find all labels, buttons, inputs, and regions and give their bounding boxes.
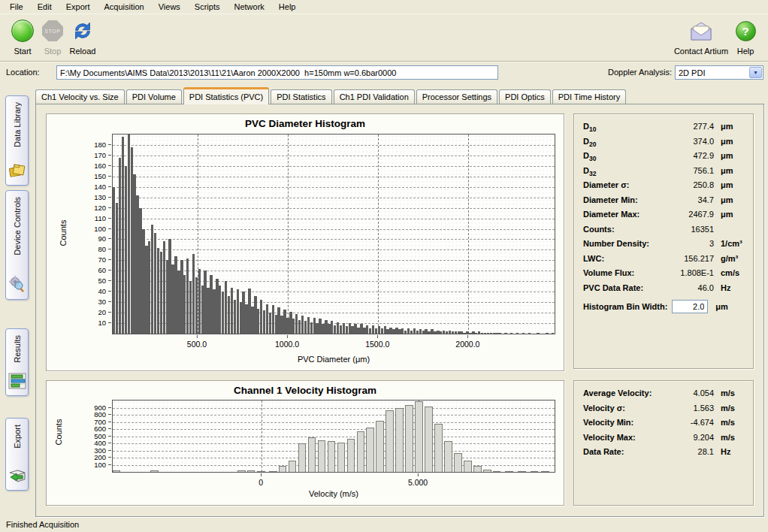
histogram-bar: [269, 471, 277, 472]
doppler-analysis-select[interactable]: 2D PDI ▼: [675, 65, 763, 80]
histogram-bar: [213, 289, 215, 334]
histogram-bar: [425, 329, 427, 334]
contact-artium-button[interactable]: Contact Artium: [672, 18, 730, 56]
gridline: [113, 437, 555, 437]
sidebar-item-device-controls[interactable]: Device Controls: [5, 190, 29, 300]
stat-row: Velocity σ:1.563m/s: [583, 404, 745, 419]
histogram-bar: [151, 225, 153, 334]
histogram-bar: [166, 260, 168, 334]
histogram-bin-width-input[interactable]: [672, 300, 708, 313]
histogram-bar: [413, 328, 416, 334]
stat-label: D32: [583, 166, 667, 177]
sidebar-item-data-library[interactable]: Data Library: [5, 95, 29, 186]
tab-pdi-volume[interactable]: PDI Volume: [126, 89, 182, 104]
stat-value: 374.0: [667, 137, 714, 146]
gridline: [113, 187, 555, 188]
histogram-bar: [437, 331, 439, 334]
stop-button[interactable]: STOP Stop: [39, 18, 66, 56]
start-button[interactable]: Start: [6, 18, 39, 56]
location-input[interactable]: [56, 65, 498, 80]
histogram-bar: [415, 401, 423, 472]
tab-pdi-statistics-pvc-[interactable]: PDI Statistics (PVC): [183, 87, 269, 104]
stat-value: 277.4: [667, 122, 714, 131]
histogram-bar: [136, 195, 138, 334]
histogram-bar: [237, 470, 246, 472]
velocity-chart-panel: Channel 1 Velocity Histogram Counts 1002…: [46, 380, 564, 506]
stat-unit: Hz: [714, 447, 745, 456]
x-tick-label: 2000.0: [455, 340, 479, 349]
menu-item-export[interactable]: Export: [59, 0, 98, 14]
histogram-bar: [410, 331, 413, 334]
stat-value: 472.9: [667, 151, 714, 160]
gridline: [113, 415, 555, 416]
histogram-bar: [128, 135, 130, 334]
chevron-down-icon[interactable]: ▼: [749, 67, 762, 78]
help-button[interactable]: ? Help: [732, 18, 759, 56]
menu-item-file[interactable]: File: [3, 0, 31, 14]
histogram-bar: [416, 331, 419, 334]
histogram-bar: [183, 275, 186, 334]
sidebar-item-results[interactable]: Results: [5, 328, 29, 396]
tab-pdi-optics[interactable]: PDI Optics: [499, 89, 551, 104]
histogram-bar: [375, 328, 377, 334]
histogram-bar: [275, 315, 277, 334]
gridline: [113, 229, 555, 230]
y-tick-label: 90: [47, 234, 111, 243]
histogram-bar: [308, 437, 316, 472]
histogram-bar: [225, 281, 227, 334]
pvc-chart-plot: [112, 134, 555, 334]
histogram-bar: [319, 319, 321, 334]
histogram-bar: [440, 331, 442, 334]
tab-pdi-time-history[interactable]: PDI Time History: [552, 89, 627, 104]
stat-value: -4.674: [667, 418, 714, 427]
histogram-bar: [449, 331, 451, 334]
stat-row: D10277.4μm: [583, 122, 745, 137]
stat-row: Average Velocity:4.054m/s: [583, 388, 745, 404]
stat-value: 156.217: [667, 254, 714, 263]
histogram-bar: [313, 318, 316, 334]
reload-button[interactable]: Reload: [66, 18, 99, 56]
sidebar-item-export[interactable]: Export: [5, 418, 29, 491]
histogram-bar: [428, 331, 430, 334]
histogram-bar: [343, 323, 345, 334]
stop-button-label: Stop: [39, 47, 66, 56]
menu-item-scripts[interactable]: Scripts: [188, 0, 228, 14]
histogram-bar: [518, 471, 526, 472]
histogram-bar: [481, 333, 483, 334]
menu-item-network[interactable]: Network: [227, 0, 271, 14]
menu-item-help[interactable]: Help: [272, 0, 304, 14]
tab-ch1-velocity-vs-size[interactable]: Ch1 Velocity vs. Size: [35, 89, 125, 104]
y-tick-label: 120: [47, 204, 111, 212]
histogram-bar: [346, 326, 348, 334]
tab-pdi-statistics[interactable]: PDI Statistics: [271, 89, 331, 104]
stat-value: 756.1: [667, 166, 714, 175]
y-tick-label: 600: [47, 425, 111, 433]
histogram-bin-width-label: Histogram Bin Width:: [583, 302, 667, 311]
stat-value: 1.808E-1: [667, 268, 714, 277]
gridline: [113, 177, 555, 177]
histogram-bar: [295, 314, 298, 334]
menu-item-acquisition[interactable]: Acquisition: [98, 0, 152, 14]
stat-label: Data Rate:: [583, 447, 667, 456]
menu-item-views[interactable]: Views: [152, 0, 188, 14]
histogram-bar: [516, 333, 519, 334]
x-tick-label: 5.000: [408, 478, 428, 487]
histogram-bar: [131, 147, 133, 334]
histogram-bar: [331, 321, 333, 334]
stat-unit: Hz: [714, 283, 745, 292]
start-button-label: Start: [6, 47, 39, 56]
tab-ch1-pdi-validation[interactable]: Ch1 PDI Validation: [334, 89, 415, 104]
histogram-bar: [222, 292, 224, 334]
tab-page-pdi-statistics-pvc: PVC Diameter Histogram Counts 1020304050…: [35, 104, 764, 517]
velocity-stats-panel: Average Velocity:4.054m/sVelocity σ:1.56…: [573, 380, 754, 506]
menu-item-edit[interactable]: Edit: [31, 0, 59, 14]
histogram-bar: [260, 300, 262, 334]
histogram-bar: [357, 431, 365, 472]
stat-value: 34.7: [667, 195, 714, 204]
histogram-bar: [537, 333, 539, 334]
histogram-bar: [286, 318, 289, 334]
tab-processor-settings[interactable]: Processor Settings: [416, 89, 497, 104]
histogram-bar: [495, 333, 497, 334]
histogram-bin-width-row: Histogram Bin Width: μm: [583, 298, 745, 315]
stat-row: D32756.1μm: [583, 166, 745, 181]
